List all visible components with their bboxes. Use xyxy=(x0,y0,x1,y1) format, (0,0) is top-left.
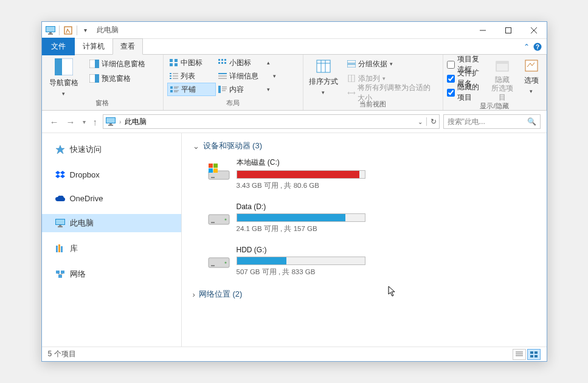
nav-forward-button[interactable]: → xyxy=(64,117,77,127)
options-button[interactable]: 选项 ▾ xyxy=(521,56,542,94)
layout-tiles[interactable]: 平铺 xyxy=(167,83,216,96)
group-label-layout: 布局 xyxy=(167,98,299,109)
layout-small-icons[interactable]: 小图标 xyxy=(216,56,265,69)
star-icon xyxy=(55,145,65,154)
section-devices[interactable]: ⌄ 设备和驱动器 (3) xyxy=(193,140,536,151)
svg-rect-50 xyxy=(347,60,356,63)
dropdown-icon: ▾ xyxy=(62,91,65,97)
address-location[interactable]: 此电脑 xyxy=(125,117,147,127)
svg-rect-67 xyxy=(61,246,63,252)
section-network-locations[interactable]: › 网络位置 (2) xyxy=(193,289,536,300)
svg-point-84 xyxy=(224,262,226,264)
svg-rect-64 xyxy=(58,226,63,227)
help-icon[interactable]: ? xyxy=(533,43,542,51)
computer-icon xyxy=(55,219,65,227)
drive-detail: 507 GB 可用 , 共 833 GB xyxy=(237,267,365,277)
preview-pane-button[interactable]: 预览窗格 xyxy=(87,72,148,85)
svg-rect-1 xyxy=(46,27,55,32)
network-icon xyxy=(55,270,65,278)
nav-recent-dropdown[interactable]: ▾ xyxy=(81,119,88,125)
qat-dropdown-icon[interactable]: ▾ xyxy=(80,24,92,36)
sidebar-libraries[interactable]: 库 xyxy=(42,240,181,258)
svg-rect-25 xyxy=(221,62,223,64)
drive-item[interactable]: 本地磁盘 (C:)3.43 GB 可用 , 共 80.6 GB xyxy=(207,157,365,190)
svg-rect-59 xyxy=(109,123,112,125)
details-pane-button[interactable]: 详细信息窗格 xyxy=(87,57,148,71)
svg-line-71 xyxy=(58,274,60,275)
drive-usage-bar xyxy=(237,257,365,265)
sidebar-network[interactable]: 网络 xyxy=(42,265,181,283)
svg-rect-31 xyxy=(170,78,171,79)
tab-file[interactable]: 文件 xyxy=(42,38,75,55)
navigation-pane-button[interactable]: 导航窗格 ▾ xyxy=(46,56,82,97)
svg-rect-77 xyxy=(209,168,213,173)
svg-rect-14 xyxy=(95,60,99,68)
svg-rect-60 xyxy=(108,125,113,126)
address-dropdown-icon[interactable]: ⌄ xyxy=(418,119,423,125)
qat-divider xyxy=(77,26,77,35)
drive-item[interactable]: Data (D:)24.1 GB 可用 , 共 157 GB xyxy=(207,202,365,233)
libraries-icon xyxy=(55,244,65,253)
svg-rect-23 xyxy=(224,59,226,61)
tab-view[interactable]: 查看 xyxy=(112,38,143,55)
drive-name: 本地磁盘 (C:) xyxy=(237,157,365,168)
svg-rect-42 xyxy=(218,86,221,93)
svg-rect-69 xyxy=(61,271,64,274)
svg-rect-68 xyxy=(56,271,60,274)
svg-rect-21 xyxy=(218,59,220,61)
nav-back-button[interactable]: ← xyxy=(48,117,61,127)
svg-rect-27 xyxy=(170,73,171,74)
sidebar-onedrive[interactable]: OneDrive xyxy=(42,190,181,207)
svg-rect-75 xyxy=(209,164,213,168)
refresh-icon[interactable]: ↻ xyxy=(426,117,437,126)
layout-scroll-up[interactable]: ▴ xyxy=(265,60,273,66)
window-title: 此电脑 xyxy=(97,25,470,35)
minimize-button[interactable] xyxy=(470,22,496,39)
drive-detail: 3.43 GB 可用 , 共 80.6 GB xyxy=(237,181,365,190)
qat-divider xyxy=(59,26,60,35)
status-view-tiles[interactable] xyxy=(527,349,541,360)
sort-by-button[interactable]: 排序方式 ▾ xyxy=(307,56,341,95)
layout-details[interactable]: 详细信息 xyxy=(216,69,271,83)
ribbon-collapse-icon[interactable]: ⌃ xyxy=(524,43,530,51)
svg-rect-46 xyxy=(317,60,330,72)
svg-rect-19 xyxy=(170,63,173,66)
svg-rect-83 xyxy=(211,265,215,266)
sidebar-quick-access[interactable]: 快速访问 xyxy=(42,140,181,159)
hide-selected-button: 隐藏 所选项目 xyxy=(489,56,516,102)
layout-scroll-down[interactable]: ▾ xyxy=(271,73,279,79)
chevron-down-icon: ⌄ xyxy=(193,142,199,151)
address-box[interactable]: › 此电脑 ⌄ ↻ xyxy=(103,114,440,129)
properties-icon[interactable] xyxy=(62,24,74,36)
svg-rect-65 xyxy=(56,246,58,252)
drive-icon xyxy=(207,252,230,270)
drive-name: Data (D:) xyxy=(237,202,365,211)
hidden-items-toggle[interactable]: 隐藏的项目 xyxy=(447,86,484,98)
svg-rect-55 xyxy=(496,61,508,64)
svg-rect-90 xyxy=(530,355,533,357)
svg-rect-17 xyxy=(170,59,173,62)
maximize-button[interactable] xyxy=(496,22,521,39)
sidebar-this-pc[interactable]: 此电脑 xyxy=(42,214,181,232)
layout-medium-icons[interactable]: 中图标 xyxy=(167,56,216,69)
dropdown-icon: ▾ xyxy=(322,89,325,95)
svg-rect-78 xyxy=(213,168,218,173)
layout-more[interactable]: ▾ xyxy=(265,86,273,92)
status-item-count: 5 个项目 xyxy=(48,349,76,359)
layout-list[interactable]: 列表 xyxy=(167,69,216,83)
close-button[interactable] xyxy=(521,22,547,39)
tab-computer[interactable]: 计算机 xyxy=(75,38,112,55)
search-box[interactable]: 搜索"此电... 🔍 xyxy=(443,114,541,129)
svg-point-81 xyxy=(224,219,226,221)
sidebar-dropbox[interactable]: Dropbox xyxy=(42,166,181,183)
layout-content[interactable]: 内容 xyxy=(216,83,265,96)
svg-rect-22 xyxy=(221,59,223,61)
nav-up-button[interactable]: ↑ xyxy=(91,117,100,127)
svg-rect-16 xyxy=(95,74,99,83)
search-icon: 🔍 xyxy=(527,117,536,126)
status-view-details[interactable] xyxy=(513,349,526,360)
drive-item[interactable]: HDD (G:)507 GB 可用 , 共 833 GB xyxy=(207,246,365,277)
svg-rect-76 xyxy=(213,164,218,168)
svg-rect-39 xyxy=(170,90,173,92)
group-by-button[interactable]: 分组依据 ▾ xyxy=(345,57,438,71)
